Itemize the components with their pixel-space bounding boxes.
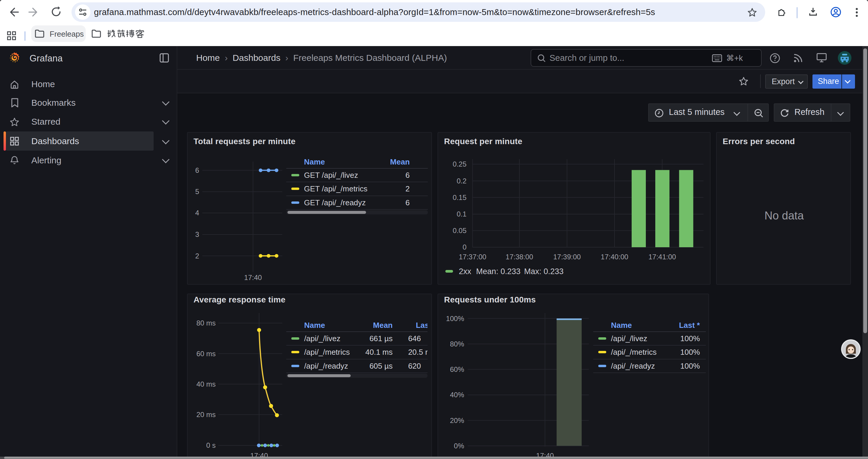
svg-text:20 ms: 20 ms bbox=[196, 411, 216, 419]
svg-text:6: 6 bbox=[195, 166, 199, 174]
svg-text:3: 3 bbox=[195, 230, 199, 238]
svg-text:4: 4 bbox=[195, 209, 199, 217]
svg-text:17:37:00: 17:37:00 bbox=[459, 253, 486, 261]
svg-text:2xx: 2xx bbox=[459, 267, 471, 275]
svg-text:5: 5 bbox=[195, 188, 199, 196]
svg-text:17:40:00: 17:40:00 bbox=[601, 253, 628, 261]
svg-text:100%: 100% bbox=[446, 314, 464, 322]
svg-text:80%: 80% bbox=[450, 340, 464, 348]
svg-text:80 ms: 80 ms bbox=[196, 319, 216, 327]
svg-text:0.1: 0.1 bbox=[457, 210, 466, 218]
svg-text:60%: 60% bbox=[450, 365, 464, 373]
svg-text:Max: 0.233: Max: 0.233 bbox=[524, 267, 564, 275]
svg-text:0.05: 0.05 bbox=[453, 227, 466, 234]
svg-text:17:39:00: 17:39:00 bbox=[553, 253, 581, 261]
svg-text:0 s: 0 s bbox=[206, 441, 216, 449]
svg-text:0.15: 0.15 bbox=[453, 193, 466, 201]
svg-text:17:38:00: 17:38:00 bbox=[505, 253, 533, 261]
svg-text:17:41:00: 17:41:00 bbox=[649, 253, 676, 261]
svg-text:17:40: 17:40 bbox=[244, 273, 262, 282]
svg-text:60 ms: 60 ms bbox=[196, 350, 216, 357]
svg-text:2: 2 bbox=[195, 252, 199, 260]
svg-text:0.2: 0.2 bbox=[457, 177, 466, 185]
svg-text:40 ms: 40 ms bbox=[196, 380, 216, 388]
svg-text:0%: 0% bbox=[454, 441, 464, 450]
svg-text:0.25: 0.25 bbox=[453, 160, 466, 168]
svg-text:Mean: 0.233: Mean: 0.233 bbox=[476, 267, 521, 275]
svg-text:40%: 40% bbox=[450, 391, 464, 399]
svg-text:20%: 20% bbox=[450, 416, 464, 424]
svg-text:0: 0 bbox=[463, 243, 466, 251]
